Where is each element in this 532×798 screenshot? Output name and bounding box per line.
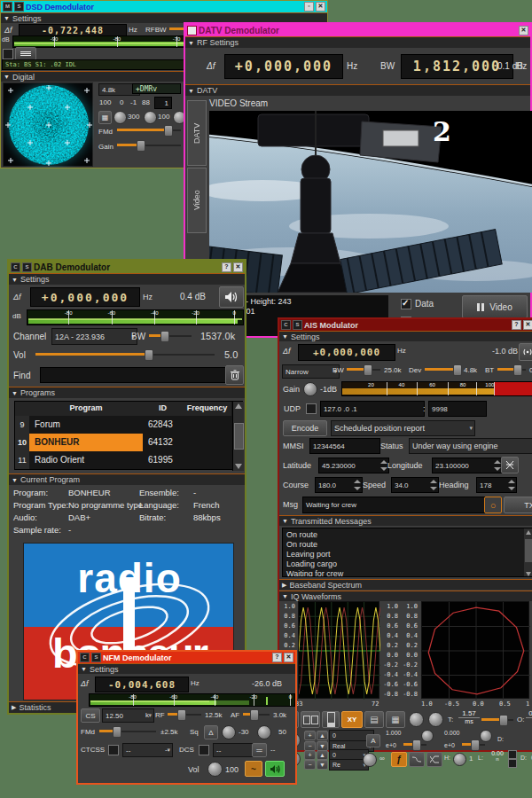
scope-knob-2[interactable] — [428, 712, 443, 727]
ais-help-button[interactable]: ? — [512, 320, 521, 330]
col-id[interactable]: ID — [143, 403, 183, 412]
ais-message-type-select[interactable]: Scheduled position report — [331, 420, 475, 436]
dab-titlebar[interactable]: C S DAB Demodulator ? ✕ — [9, 261, 245, 273]
trace-up-button[interactable]: ▲ — [317, 731, 328, 740]
nfm-settings-header[interactable]: ▼ Settings — [78, 663, 295, 674]
ais-heading-spinbox[interactable]: 178 — [476, 477, 517, 493]
ais-channel-icon[interactable]: C — [281, 320, 291, 330]
scope-time-slider[interactable] — [481, 715, 513, 724]
trigger-falling-button[interactable] — [409, 752, 425, 767]
nfm-rf-slider[interactable] — [168, 709, 201, 719]
tab-datv[interactable]: DATV — [187, 100, 207, 166]
ais-port-input[interactable]: 9998 — [428, 401, 487, 417]
dab-mute-button[interactable] — [219, 286, 244, 308]
list-item[interactable]: On route — [286, 530, 529, 540]
nfm-audio-mute-button[interactable] — [265, 761, 285, 777]
ais-message-input[interactable]: Waiting for crew — [302, 497, 487, 513]
scope-xy-button[interactable]: XY — [341, 711, 363, 728]
ais-speed-spinbox[interactable]: 34.0 — [391, 477, 439, 493]
datv-frequency-display[interactable]: +0,000,000 — [224, 54, 343, 79]
nfm-close-button[interactable]: ✕ — [284, 653, 293, 662]
ais-transmitted-header[interactable]: ▼ Transmitted Messages — [279, 515, 532, 526]
datv-close-button[interactable]: ✕ — [519, 26, 528, 35]
data-checkbox[interactable] — [401, 299, 411, 309]
ais-latitude-spinbox[interactable]: 45.230000 — [318, 458, 389, 473]
dsd-knob-2[interactable] — [144, 111, 157, 124]
datv-bw-display[interactable]: 1,812,000 — [401, 54, 513, 79]
ais-map-button[interactable] — [501, 457, 519, 473]
trace-ofs-slider[interactable] — [462, 739, 485, 749]
list-item[interactable]: Leaving port — [286, 550, 529, 559]
video-pause-button[interactable]: Video — [462, 295, 528, 318]
ais-iq-header[interactable]: ▼ IQ Waveforms — [279, 591, 532, 601]
datv-titlebar[interactable]: DATV Demodulator ✕ — [185, 24, 530, 36]
trigger-del-button[interactable]: − — [304, 760, 316, 770]
nfm-af-slider[interactable] — [243, 709, 270, 719]
dsd-move-icon[interactable]: M — [3, 2, 12, 12]
scroll-thumb[interactable] — [234, 423, 244, 450]
dab-clear-button[interactable] — [225, 365, 244, 385]
ais-titlebar[interactable]: C S AIS Modulator ? ✕ — [279, 319, 532, 331]
ais-mmsi-input[interactable]: 12344564 — [309, 438, 380, 454]
dab-current-header[interactable]: ▼ Current Program — [9, 473, 245, 485]
scope-dual-display-button[interactable] — [301, 711, 320, 728]
dab-bw-slider[interactable] — [149, 331, 192, 340]
nfm-fmd-slider[interactable] — [99, 726, 156, 736]
dsd-close-button[interactable]: ✕ — [316, 2, 325, 12]
scope-knob-1[interactable] — [409, 712, 424, 727]
ais-tx-button[interactable]: TX — [504, 497, 532, 513]
iq-waveform-plot[interactable] — [298, 601, 379, 699]
scope-grid-button[interactable]: ▤ — [364, 711, 384, 728]
ais-longitude-spinbox[interactable]: 23.100000 — [432, 458, 503, 473]
scroll-up-arrow[interactable] — [235, 403, 242, 409]
ais-dev-slider[interactable] — [425, 364, 460, 374]
list-scrollbar[interactable] — [524, 528, 532, 577]
trigger-level-knob[interactable] — [363, 753, 377, 767]
nfm-squelch-knob[interactable] — [222, 725, 236, 739]
trigger-both-button[interactable] — [426, 752, 442, 767]
nfm-dcs-invert-button[interactable]: ═ — [252, 743, 267, 757]
ais-course-spinbox[interactable]: 180.0 — [315, 477, 363, 493]
datv-section-header[interactable]: ▼ DATV — [185, 84, 530, 96]
dsd-gain-slider[interactable] — [117, 140, 181, 150]
ais-encode-button[interactable]: Encode — [283, 420, 327, 436]
scope-vertical-display-button[interactable] — [322, 711, 340, 728]
dab-channel-select[interactable]: 12A - 223.936 — [51, 328, 137, 345]
dsd-settings-icon[interactable]: S — [14, 2, 24, 12]
dsd-fmd-slider[interactable] — [117, 125, 181, 135]
ais-udp-checkbox[interactable] — [306, 403, 317, 414]
table-row[interactable]: 9 Forum 62843 — [15, 416, 231, 434]
nfm-help-button[interactable]: ? — [272, 653, 282, 662]
list-item[interactable]: On route — [286, 540, 529, 550]
trace-exp-slider[interactable] — [403, 739, 426, 749]
level-checkbox-1[interactable] — [508, 750, 517, 759]
ais-ip-input[interactable]: 127.0 .0 .1 — [320, 401, 425, 417]
dab-channel-icon[interactable]: C — [11, 262, 20, 272]
dsd-option-checkbox[interactable] — [3, 49, 13, 59]
ais-frequency-display[interactable]: +0,000,000 — [298, 344, 395, 361]
dsd-shrink-button[interactable]: ▫ — [304, 2, 314, 12]
trace-amp-button[interactable]: A — [366, 734, 380, 747]
ais-mode-select[interactable]: Narrow — [282, 364, 340, 379]
nfm-delta-button[interactable]: Δ — [204, 725, 218, 739]
transmitted-messages-list[interactable]: On route On route Leaving port Loading c… — [282, 528, 532, 577]
nfm-settings-icon[interactable]: S — [91, 653, 101, 662]
table-row[interactable]: 11 Radio Orient 61995 — [15, 451, 231, 469]
nfm-squelch-gate-knob[interactable] — [257, 725, 271, 739]
ais-gain-knob[interactable] — [303, 382, 317, 396]
ais-repeat-button[interactable]: ○ — [484, 497, 502, 513]
nfm-ctcss-checkbox[interactable] — [108, 745, 119, 755]
datv-window-icon[interactable] — [187, 26, 197, 35]
dsd-matrix-button[interactable]: ▦ — [98, 111, 112, 124]
ais-antenna-button[interactable] — [519, 343, 532, 361]
trigger-add-button[interactable]: + — [304, 750, 316, 760]
level-checkbox-2[interactable] — [508, 759, 517, 768]
nfm-cs-button[interactable]: CS — [81, 708, 100, 723]
col-program[interactable]: Program — [29, 403, 143, 412]
dab-frequency-display[interactable]: +0,000,000 — [30, 287, 140, 307]
ais-settings-header[interactable]: ▼ Settings — [279, 331, 532, 341]
dab-programs-header[interactable]: ▼ Programs — [9, 387, 245, 398]
ais-status-select[interactable]: Under way using engine — [409, 438, 532, 454]
nfm-titlebar[interactable]: C S NFM Demodulator ? ✕ — [78, 652, 295, 663]
ais-baseband-header[interactable]: ▶ Baseband Spectrum — [279, 579, 532, 590]
